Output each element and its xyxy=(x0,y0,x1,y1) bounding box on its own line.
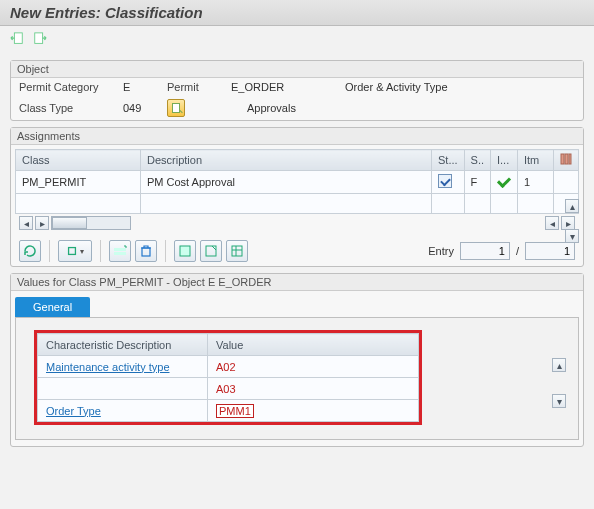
table-settings-button[interactable] xyxy=(554,150,579,171)
cell-s: F xyxy=(464,171,490,194)
col-description[interactable]: Description xyxy=(141,150,432,171)
svg-rect-9 xyxy=(180,246,190,256)
col-s[interactable]: S.. xyxy=(464,150,490,171)
value-cell-focused[interactable]: PMM1 xyxy=(216,404,254,418)
table-row[interactable] xyxy=(16,194,579,214)
delete-button[interactable] xyxy=(135,240,157,262)
permit-category-value: E xyxy=(123,81,163,93)
table-row[interactable]: Maintenance activity type A02 xyxy=(38,356,419,378)
col-class[interactable]: Class xyxy=(16,150,141,171)
scroll-left-button[interactable]: ◂ xyxy=(19,216,33,230)
assignments-panel-title: Assignments xyxy=(11,128,583,145)
scroll-down-button[interactable]: ▾ xyxy=(565,229,579,243)
values-panel: Values for Class PM_PERMIT - Object E E_… xyxy=(10,273,584,447)
doc-next-icon[interactable] xyxy=(33,32,47,48)
col-status[interactable]: St... xyxy=(431,150,464,171)
class-type-value: 049 xyxy=(123,102,163,114)
scroll-left2-button[interactable]: ◂ xyxy=(545,216,559,230)
cell-itm[interactable]: 1 xyxy=(518,171,554,194)
cell-class[interactable]: PM_PERMIT xyxy=(16,171,141,194)
maintenance-activity-type-link[interactable]: Maintenance activity type xyxy=(46,361,170,373)
values-scroll-down-button[interactable]: ▾ xyxy=(552,394,566,408)
svg-rect-10 xyxy=(206,246,216,256)
doc-prev-icon[interactable] xyxy=(10,32,24,48)
assignments-toolbar: ▾ Entry / xyxy=(11,236,583,266)
highlighted-region: Characteristic Description Value Mainten… xyxy=(34,330,422,425)
assignments-table: Class Description St... S.. I... Itm PM_… xyxy=(15,149,579,214)
svg-rect-0 xyxy=(14,33,22,44)
h-scrollbar[interactable] xyxy=(51,216,131,230)
filter-dropdown-button[interactable]: ▾ xyxy=(58,240,92,262)
tab-general[interactable]: General xyxy=(15,297,90,317)
col-itm[interactable]: Itm xyxy=(518,150,554,171)
refresh-button[interactable] xyxy=(19,240,41,262)
values-panel-title: Values for Class PM_PERMIT - Object E E_… xyxy=(11,274,583,291)
value-cell[interactable]: A03 xyxy=(216,383,236,395)
permit-value: E_ORDER xyxy=(231,81,341,93)
permit-right-text: Order & Activity Type xyxy=(345,81,448,93)
checkbox-checked-icon[interactable] xyxy=(438,174,452,188)
svg-rect-7 xyxy=(114,252,126,255)
class-type-label: Class Type xyxy=(19,102,119,114)
svg-rect-6 xyxy=(114,248,126,251)
table-row[interactable]: PM_PERMIT PM Cost Approval F 1 xyxy=(16,171,579,194)
cell-desc: PM Cost Approval xyxy=(141,171,432,194)
object-panel-title: Object xyxy=(11,61,583,78)
value-cell[interactable]: A02 xyxy=(216,361,236,373)
cell-i xyxy=(491,171,518,194)
col-characteristic[interactable]: Characteristic Description xyxy=(38,334,208,356)
cell-st[interactable] xyxy=(431,171,464,194)
values-scroll-up-button[interactable]: ▴ xyxy=(552,358,566,372)
col-value[interactable]: Value xyxy=(208,334,419,356)
entry-separator: / xyxy=(516,245,519,257)
object-panel: Object Permit Category E Permit E_ORDER … xyxy=(10,60,584,121)
new-row-button[interactable] xyxy=(109,240,131,262)
order-type-link[interactable]: Order Type xyxy=(46,405,101,417)
checkmark-icon xyxy=(497,174,511,188)
svg-rect-4 xyxy=(569,154,571,164)
svg-rect-1 xyxy=(35,33,43,44)
entry-current-input[interactable] xyxy=(460,242,510,260)
top-toolbar xyxy=(0,26,594,54)
table-row[interactable]: Order Type PMM1 xyxy=(38,400,419,422)
copy-button[interactable] xyxy=(226,240,248,262)
permit-category-label: Permit Category xyxy=(19,81,119,93)
col-i[interactable]: I... xyxy=(491,150,518,171)
svg-rect-8 xyxy=(142,248,150,256)
class-type-lookup-button[interactable] xyxy=(167,99,185,117)
select-all-button[interactable] xyxy=(174,240,196,262)
table-row[interactable]: A03 xyxy=(38,378,419,400)
svg-rect-2 xyxy=(561,154,564,164)
characteristics-table: Characteristic Description Value Mainten… xyxy=(37,333,419,422)
svg-rect-11 xyxy=(232,246,242,256)
permit-label: Permit xyxy=(167,81,227,93)
assignments-panel: Assignments Class Description St... S.. … xyxy=(10,127,584,267)
entry-total-input xyxy=(525,242,575,260)
svg-rect-3 xyxy=(565,154,568,164)
scroll-right-button[interactable]: ▸ xyxy=(35,216,49,230)
svg-rect-5 xyxy=(69,248,76,255)
scroll-up-button[interactable]: ▴ xyxy=(565,199,579,213)
page-title: New Entries: Classification xyxy=(0,0,594,26)
approvals-label: Approvals xyxy=(247,102,337,114)
char-cell xyxy=(38,378,208,400)
deselect-button[interactable] xyxy=(200,240,222,262)
entry-label: Entry xyxy=(428,245,454,257)
